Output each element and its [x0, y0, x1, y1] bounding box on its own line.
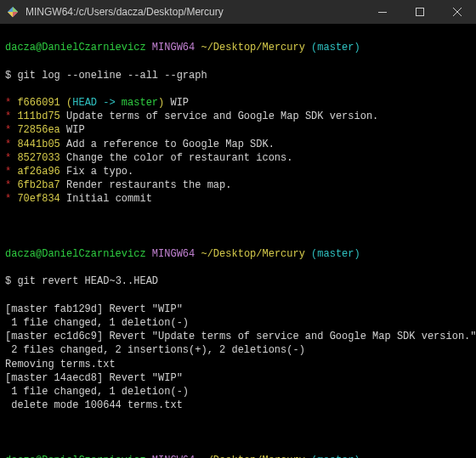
- git-log-line: * 6fb2ba7 Render restaurants the map.: [5, 178, 471, 192]
- window-titlebar: MINGW64:/c/Users/dacza/Desktop/Mercury: [0, 0, 476, 24]
- output-line: [master fab129d] Revert "WIP": [5, 303, 471, 316]
- output-line: 1 file changed, 1 deletion(-): [5, 385, 471, 399]
- minimize-button[interactable]: [364, 0, 401, 24]
- command-line: $ git log --oneline --all --graph: [5, 69, 471, 82]
- svg-rect-5: [416, 8, 424, 16]
- prompt-line: dacza@DanielCzarnievicz MINGW64 ~/Deskto…: [5, 247, 471, 261]
- git-log-line: * 8527033 Change the color of restaurant…: [5, 151, 471, 165]
- terminal-area[interactable]: dacza@DanielCzarnievicz MINGW64 ~/Deskto…: [0, 24, 476, 458]
- output-line: 2 files changed, 2 insertions(+), 2 dele…: [5, 343, 471, 357]
- output-line: 1 file changed, 1 deletion(-): [5, 316, 471, 330]
- git-log-line: * 111bd75 Update terms of service and Go…: [5, 110, 471, 123]
- command-line: $ git revert HEAD~3..HEAD: [5, 274, 471, 288]
- close-button[interactable]: [439, 0, 476, 24]
- output-line: delete mode 100644 terms.txt: [5, 399, 471, 412]
- git-log-line: * f666091 (HEAD -> master) WIP: [5, 96, 471, 110]
- prompt-line: dacza@DanielCzarnievicz MINGW64 ~/Deskto…: [5, 454, 471, 458]
- window-title: MINGW64:/c/Users/dacza/Desktop/Mercury: [26, 6, 364, 18]
- svg-marker-3: [13, 12, 18, 17]
- git-log-line: * 70ef834 Initial commit: [5, 192, 471, 206]
- git-log-line: * 72856ea WIP: [5, 123, 471, 137]
- svg-marker-1: [13, 7, 18, 12]
- svg-marker-2: [8, 12, 13, 17]
- output-line: [master ec1d6c9] Revert "Update terms of…: [5, 330, 471, 343]
- terminal-icon: [7, 6, 19, 18]
- maximize-button[interactable]: [401, 0, 439, 24]
- svg-rect-4: [378, 12, 387, 13]
- output-line: Removing terms.txt: [5, 358, 471, 371]
- output-line: [master 14aecd8] Revert "WIP": [5, 371, 471, 385]
- git-log-line: * 8441b05 Add a reference to Google Map …: [5, 138, 471, 151]
- prompt-line: dacza@DanielCzarnievicz MINGW64 ~/Deskto…: [5, 41, 471, 54]
- git-log-line: * af26a96 Fix a typo.: [5, 165, 471, 178]
